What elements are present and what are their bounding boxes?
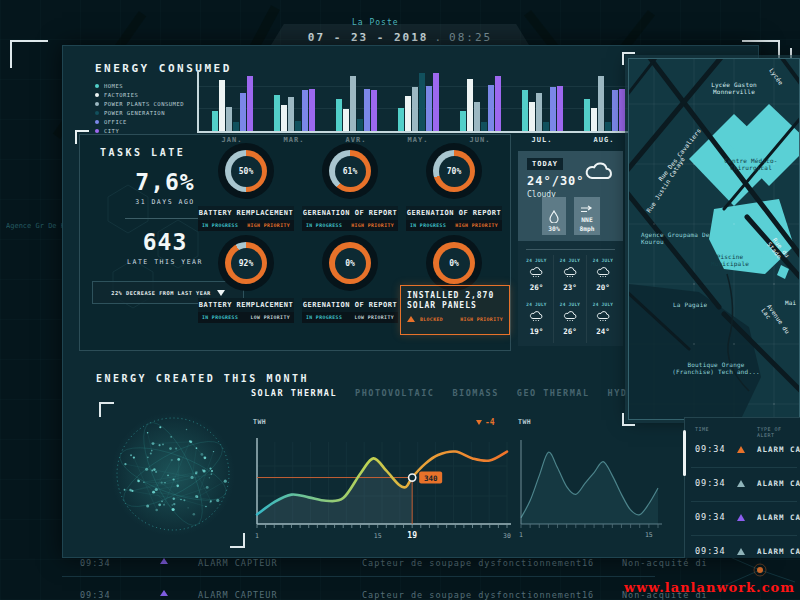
alert-label: ALARM CAP [757, 445, 800, 454]
bar[interactable] [612, 90, 618, 131]
bar[interactable] [495, 76, 501, 131]
gauge-card[interactable]: 50%BATTERY REMPLACEMENTIN PROGRESSHIGH P… [198, 143, 294, 231]
today-badge: TODAY [527, 158, 563, 170]
legend-item[interactable]: POWER GENERATION [95, 109, 184, 117]
wind-speed: 8mph [579, 225, 594, 232]
bar[interactable] [543, 122, 549, 131]
forecast-cell[interactable]: 24 JULY23° [553, 255, 586, 299]
tab-biomass[interactable]: BIOMASS [452, 388, 498, 398]
bar[interactable] [274, 95, 280, 131]
bar[interactable] [309, 89, 315, 131]
bar[interactable] [226, 107, 232, 131]
corner-bracket-icon [622, 413, 635, 426]
bar[interactable] [605, 122, 611, 131]
bar[interactable] [467, 79, 473, 131]
tasks-late-panel: TASKS LATE 7,6% 31 DAYS AGO 643 LATE THI… [79, 134, 511, 351]
installed-card[interactable]: INSTALLED 2,870SOLAR PANELSBLOCKEDHIGH P… [400, 285, 510, 335]
bar[interactable] [522, 90, 528, 131]
bar[interactable] [212, 111, 218, 131]
legend-item[interactable]: OFFICE [95, 118, 184, 126]
bar[interactable] [488, 85, 494, 131]
bar[interactable] [419, 73, 425, 131]
bar[interactable] [591, 108, 597, 131]
bar[interactable] [219, 80, 225, 131]
tab-solar-thermal[interactable]: SOLAR THERMAL [251, 388, 337, 398]
solar-line-chart[interactable]: 3401151930 [249, 426, 519, 551]
bar[interactable] [584, 99, 590, 131]
forecast-cell[interactable]: 24 JULY20° [586, 255, 619, 299]
twh-area-chart[interactable]: 115 [515, 426, 665, 551]
bar[interactable] [460, 111, 466, 131]
alert-row[interactable]: 09:34ALARM CAP [685, 542, 800, 562]
divider [691, 501, 797, 502]
gauge-card[interactable]: 92%BATTERY REMPLACEMENTIN PROGRESSLOW PR… [198, 235, 294, 323]
svg-text:340: 340 [424, 474, 438, 483]
gauge-card[interactable]: 70%GERENATION OF REPORTIN PROGRESSHIGH P… [406, 143, 502, 231]
legend-dot-icon [95, 93, 99, 97]
bar[interactable] [364, 89, 370, 131]
cloud-icon [584, 159, 616, 181]
legend-item[interactable]: FACTORIES [95, 91, 184, 99]
bar[interactable] [336, 99, 342, 131]
status-badge: IN PROGRESS [306, 315, 342, 320]
forecast-cell[interactable]: 24 JULY24° [586, 299, 619, 343]
bar[interactable] [343, 109, 349, 131]
alert-time: 09:34 [695, 444, 726, 454]
alert-row[interactable]: 09:34ALARM CAP [685, 474, 800, 494]
bar[interactable] [433, 73, 439, 131]
legend-item[interactable]: HOMES [95, 82, 184, 90]
bar-group: MAR. [263, 70, 325, 131]
status-badge: IN PROGRESS [410, 223, 446, 228]
bar[interactable] [350, 76, 356, 131]
gauge-badges: IN PROGRESSLOW PRIORITY [198, 312, 294, 323]
priority-badge: LOW PRIORITY [355, 315, 394, 320]
bar[interactable] [412, 87, 418, 131]
bar[interactable] [288, 97, 294, 131]
warning-triangle-icon [407, 316, 415, 322]
gauge-percent: 92% [231, 248, 262, 279]
legend-item[interactable]: POWER PLANTS CONSUMED [95, 100, 184, 108]
legend-label: POWER GENERATION [104, 110, 165, 116]
bar[interactable] [481, 122, 487, 131]
gauge-ring-arc: 0% [329, 242, 371, 284]
bar[interactable] [295, 121, 301, 131]
bar[interactable] [281, 105, 287, 131]
gauge-card[interactable]: 0%GERENATION OF REPORTIN PROGRESSLOW PRI… [302, 235, 398, 323]
wind-icon [580, 205, 594, 214]
bar[interactable] [405, 96, 411, 131]
bar[interactable] [371, 90, 377, 131]
cell-count: 16 [582, 590, 594, 600]
bar[interactable] [398, 108, 404, 131]
gauge-card[interactable]: 0% [406, 235, 502, 291]
bar[interactable] [474, 102, 480, 131]
bar[interactable] [557, 86, 563, 131]
bar[interactable] [233, 122, 239, 131]
forecast-cell[interactable]: 24 JULY26° [553, 299, 586, 343]
svg-text:1: 1 [255, 532, 259, 540]
svg-text:15: 15 [645, 531, 653, 539]
bar[interactable] [357, 119, 363, 131]
alert-row[interactable]: 09:34ALARM CAP [685, 440, 800, 460]
alert-triangle-icon [737, 480, 745, 487]
gauge-card[interactable]: 61%GERENATION OF REPORTIN PROGRESSHIGH P… [302, 143, 398, 231]
bar[interactable] [426, 86, 432, 131]
tab-geo-thermal[interactable]: GEO THERMAL [517, 388, 590, 398]
bar[interactable] [536, 93, 542, 131]
time-text: 08:25 [449, 31, 492, 44]
bar[interactable] [240, 93, 246, 131]
bar[interactable] [529, 102, 535, 131]
bar-group: JUL. [511, 70, 573, 131]
alert-row[interactable]: 09:34ALARM CAP [685, 508, 800, 528]
bar[interactable] [550, 87, 556, 131]
bar[interactable] [247, 76, 253, 131]
bar[interactable] [302, 90, 308, 131]
forecast-cell[interactable]: 24 JULY19° [520, 299, 553, 343]
gauge-badges: IN PROGRESSHIGH PRIORITY [198, 220, 294, 231]
weather-today-block: TODAY 24°/30° Cloudy 30% NNE 8mph [518, 151, 623, 241]
forecast-cell[interactable]: 24 JULY26° [520, 255, 553, 299]
bar[interactable] [598, 76, 604, 131]
map-panel[interactable]: Lycée Gaston MonnervilleLycéeRue Des Cav… [628, 58, 800, 420]
bar[interactable] [619, 89, 625, 131]
blocked-badge: BLOCKED [420, 317, 443, 322]
tab-photovoltaic[interactable]: PHOTOVOLTAIC [355, 388, 434, 398]
